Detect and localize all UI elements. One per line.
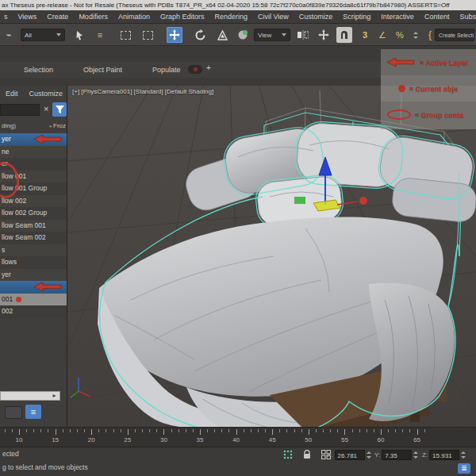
menu-item-graph-editors[interactable]: Graph Editors bbox=[160, 13, 205, 21]
snaps-toggle-button[interactable] bbox=[336, 27, 352, 43]
timeline-tick bbox=[56, 429, 56, 435]
timeline-frame-label: 40 bbox=[232, 436, 240, 443]
layer-row[interactable]: yer bbox=[0, 269, 67, 282]
selection-status-text: ected bbox=[2, 450, 19, 458]
menu-item-views[interactable]: Views bbox=[18, 13, 37, 21]
timeline-tick bbox=[381, 429, 382, 435]
scene-explorer-panel: Edit Customize × ding) Froz yerneerllow … bbox=[0, 86, 67, 428]
reference-coordinate-dropdown[interactable]: View bbox=[254, 29, 290, 41]
chevron-down-icon bbox=[282, 33, 286, 36]
select-and-scale-button[interactable] bbox=[214, 27, 230, 43]
snaps-3d-icon[interactable]: 3 bbox=[357, 27, 373, 43]
timeline-tick bbox=[207, 429, 208, 432]
x-spinner[interactable] bbox=[367, 450, 372, 460]
menu-item-content[interactable]: Content bbox=[424, 13, 450, 21]
timeline-tick bbox=[244, 429, 244, 432]
active-layer-annotation-arrow bbox=[34, 282, 63, 291]
selection-lock-dots-icon[interactable] bbox=[282, 449, 294, 460]
viewport-label[interactable]: [+] [PhysCamera001] [Standard] [Default … bbox=[72, 88, 213, 95]
menu-item-rendering[interactable]: Rendering bbox=[214, 13, 248, 21]
ribbon-add-tab[interactable]: + bbox=[206, 63, 211, 72]
x-coord-field[interactable]: 26.781 bbox=[335, 450, 365, 460]
menu-item-animation[interactable]: Animation bbox=[118, 13, 150, 21]
align-icon[interactable] bbox=[316, 27, 332, 43]
ribbon-mode-icon[interactable] bbox=[188, 65, 202, 74]
mirror-icon[interactable] bbox=[295, 27, 311, 43]
x-coord-label: X: bbox=[327, 451, 333, 459]
select-and-rotate-button[interactable] bbox=[192, 27, 208, 43]
layer-row-label: s bbox=[2, 246, 5, 254]
menu-item-interactive[interactable]: Interactive bbox=[381, 13, 414, 21]
rectangular-selection-region-icon[interactable] bbox=[117, 27, 133, 43]
timeline-track-bar[interactable]: 101520253035404550556065 bbox=[0, 427, 476, 447]
timeline-tick bbox=[265, 429, 266, 432]
menu-item-substance[interactable]: Substance bbox=[459, 13, 476, 21]
explorer-tool-button[interactable] bbox=[5, 406, 22, 419]
explorer-search-input[interactable] bbox=[0, 104, 40, 116]
clear-search-icon[interactable]: × bbox=[44, 104, 48, 113]
timeline-tick bbox=[91, 429, 92, 435]
timeline-tick bbox=[279, 429, 280, 432]
z-spinner[interactable] bbox=[461, 450, 466, 460]
layer-row[interactable]: yer bbox=[0, 133, 67, 146]
timeline-tick bbox=[352, 429, 353, 432]
layer-row[interactable]: llow Seam 001 bbox=[0, 220, 67, 232]
layer-row[interactable]: 001 bbox=[0, 294, 67, 306]
window-crossing-toggle-icon[interactable] bbox=[140, 27, 155, 43]
layer-row-label: llow Seam 002 bbox=[2, 233, 46, 241]
layer-row[interactable]: llow Seam 002 bbox=[0, 232, 67, 244]
layer-row[interactable]: 002 bbox=[0, 305, 67, 318]
explorer-menu-edit[interactable]: Edit bbox=[6, 90, 18, 98]
menu-item-create[interactable]: Create bbox=[47, 13, 68, 21]
menu-item-customize[interactable]: Customize bbox=[299, 13, 333, 21]
menu-item-scripting[interactable]: Scripting bbox=[343, 13, 370, 21]
percent-snap-icon[interactable]: % bbox=[392, 27, 408, 43]
select-object-icon[interactable] bbox=[71, 27, 87, 43]
named-selection-value: Create Selection Set bbox=[439, 33, 474, 38]
spinner-snap-icon[interactable] bbox=[408, 27, 424, 43]
legend-label: = Group conta bbox=[415, 111, 463, 119]
scroll-right-icon[interactable]: ▸ bbox=[50, 392, 59, 400]
timeline-tick bbox=[214, 429, 215, 432]
timeline-tick bbox=[156, 429, 157, 432]
filter-button[interactable] bbox=[52, 102, 67, 117]
named-selection-set-dropdown[interactable]: Create Selection Set bbox=[435, 29, 474, 41]
y-coord-label: Y: bbox=[374, 451, 380, 459]
z-coord-field[interactable]: 15.931 bbox=[429, 450, 459, 460]
red-dot-icon bbox=[398, 85, 405, 92]
layer-row[interactable]: llow 002 Group bbox=[0, 207, 67, 220]
layer-row[interactable]: s bbox=[0, 244, 67, 257]
select-by-name-icon[interactable]: ≡ bbox=[92, 27, 108, 43]
timeline-tick bbox=[98, 429, 99, 432]
select-and-move-button[interactable] bbox=[167, 27, 182, 43]
menu-item-civil-view[interactable]: Civil View bbox=[258, 13, 289, 21]
timeline-tick bbox=[228, 429, 229, 432]
viewport[interactable]: [+] [PhysCamera001] [Standard] [Default … bbox=[67, 86, 476, 427]
layer-row[interactable] bbox=[0, 281, 67, 294]
selection-filter-dropdown[interactable]: All bbox=[21, 29, 65, 41]
red-arrow-icon bbox=[387, 56, 416, 70]
ribbon-tab-object-paint[interactable]: Object Paint bbox=[83, 66, 122, 74]
explorer-column-header[interactable]: ding) Froz bbox=[0, 121, 67, 132]
select-and-place-icon[interactable] bbox=[235, 27, 251, 43]
angle-snap-icon[interactable]: ∠ bbox=[374, 27, 390, 43]
script-icon[interactable]: ⌁ bbox=[1, 27, 17, 43]
explorer-list-view-button[interactable]: ≡ bbox=[25, 405, 41, 419]
explorer-menu-customize[interactable]: Customize bbox=[29, 90, 63, 98]
layer-row[interactable]: llows bbox=[0, 256, 67, 269]
menu-item-modifiers[interactable]: Modifiers bbox=[79, 13, 108, 21]
y-spinner[interactable] bbox=[413, 450, 419, 460]
timeline-tick bbox=[19, 429, 20, 435]
menu-item-s[interactable]: s bbox=[4, 13, 8, 21]
explorer-h-scrollbar[interactable]: ▸ bbox=[0, 391, 60, 401]
layer-row[interactable]: ne bbox=[0, 146, 67, 159]
ribbon-tab-selection[interactable]: Selection bbox=[24, 66, 53, 74]
layer-list: yerneerllow 001llow 001 Groupllow 002llo… bbox=[0, 133, 67, 318]
ribbon-tab-populate[interactable]: Populate bbox=[152, 66, 181, 74]
y-coord-field[interactable]: 7.35 bbox=[382, 450, 412, 460]
timeline-tick bbox=[121, 429, 121, 432]
grid-toggle-button[interactable]: ≣ bbox=[458, 463, 470, 474]
timeline-tick bbox=[309, 429, 309, 435]
timeline-tick bbox=[200, 429, 201, 435]
lock-icon[interactable] bbox=[301, 449, 313, 460]
